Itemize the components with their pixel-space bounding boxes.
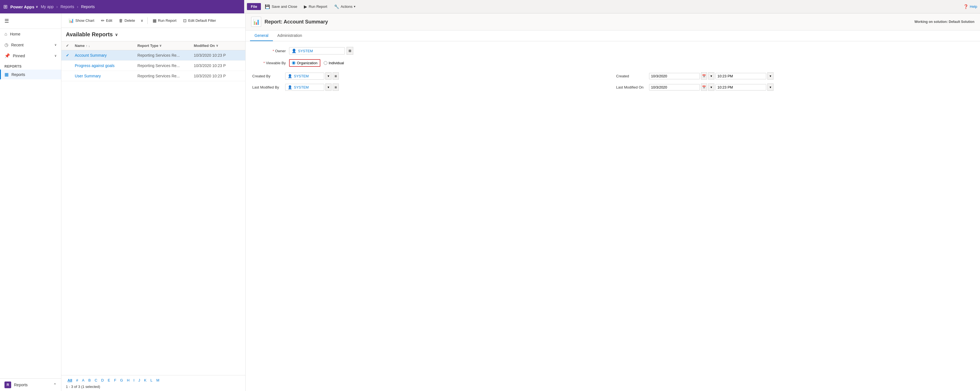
pagination-letter[interactable]: #: [75, 378, 80, 383]
form-row-created-by: Created By 👤 SYSTEM ▼ ⊞: [252, 72, 609, 80]
last-modified-by-input[interactable]: 👤 SYSTEM: [285, 84, 324, 91]
list-toolbar: 📊 Show Chart ✏ Edit 🗑 Delete ∨ ▦ Run Rep…: [61, 13, 245, 28]
form-row-last-modified-by: Last Modified By 👤 SYSTEM ▼ ⊞: [252, 83, 609, 91]
created-on-date-expand-button[interactable]: ▼: [708, 72, 714, 80]
pagination-letter[interactable]: I: [132, 378, 136, 383]
sidebar-item-recent[interactable]: ◷ Recent ∨: [0, 39, 61, 50]
created-on-label: Created: [616, 74, 647, 78]
edit-default-filter-button[interactable]: ⊡ Edit Default Filter: [180, 16, 219, 25]
individual-radio[interactable]: [324, 61, 327, 65]
save-icon: 💾: [265, 4, 270, 9]
last-modified-on-time-expand-button[interactable]: ▼: [767, 83, 773, 91]
created-by-field: 👤 SYSTEM ▼ ⊞: [285, 72, 609, 80]
working-on-solution: Working on solution: Default Solution: [915, 20, 974, 24]
breadcrumb-reports1[interactable]: Reports: [60, 5, 74, 9]
edit-icon: ✏: [101, 18, 105, 23]
last-modified-on-time-input[interactable]: [716, 84, 766, 91]
list-title[interactable]: Available Reports ∨: [66, 31, 118, 38]
save-and-close-button[interactable]: 💾 Save and Close: [262, 3, 300, 11]
pagination-letter[interactable]: F: [113, 378, 118, 383]
table-row[interactable]: Progress against goals Reporting Service…: [61, 61, 245, 71]
last-modified-by-field: 👤 SYSTEM ▼ ⊞: [285, 83, 609, 91]
row-modified: 10/3/2020 10:23 P: [194, 74, 241, 78]
individual-radio-option[interactable]: Individual: [324, 61, 344, 65]
col-check-header[interactable]: ✓: [66, 43, 75, 48]
form-row-viewable-by: * Viewable By Organization Individual: [252, 59, 973, 67]
organization-radio[interactable]: [292, 61, 296, 65]
sidebar-collapse-button[interactable]: ☰: [0, 16, 61, 26]
pagination-letter[interactable]: E: [106, 378, 112, 383]
reports-grid-icon: ▦: [5, 72, 9, 77]
detail-pane: 📊 Report: Account Summary Working on sol…: [245, 13, 980, 391]
app-chevron-icon: ∨: [36, 5, 38, 9]
help-label[interactable]: Help: [970, 5, 977, 9]
row-name[interactable]: User Summary: [75, 74, 138, 78]
created-by-expand-button[interactable]: ▼: [325, 72, 331, 80]
more-actions-chevron-icon: ∨: [141, 18, 143, 22]
pagination-letter[interactable]: M: [154, 378, 161, 383]
user-icon: 👤: [291, 49, 296, 53]
last-modified-by-user-icon: 👤: [288, 85, 292, 89]
created-on-date-input[interactable]: [649, 73, 700, 79]
table-row[interactable]: ✓ Account Summary Reporting Services Re.…: [61, 50, 245, 61]
sidebar-item-pinned[interactable]: 📌 Pinned ∨: [0, 50, 61, 61]
tab-general[interactable]: General: [250, 30, 273, 41]
form-row-owner: * Owner 👤 SYSTEM ⊞: [252, 47, 973, 55]
last-modified-on-field: 📅 ▼ ▼: [649, 83, 973, 91]
sidebar-item-home[interactable]: ⌂ Home: [0, 29, 61, 39]
sidebar-item-reports[interactable]: ▦ Reports: [0, 70, 61, 79]
owner-lookup-button[interactable]: ⊞: [347, 47, 353, 55]
last-modified-by-expand-button[interactable]: ▼: [325, 83, 331, 91]
name-sort-down-icon: ↓: [89, 44, 90, 48]
last-modified-by-lookup-button[interactable]: ⊞: [332, 83, 339, 91]
col-modified-header[interactable]: Modified On ∨: [194, 43, 241, 48]
pagination-count: 1 - 3 of 3 (1 selected): [66, 385, 241, 389]
pagination-letter[interactable]: A: [80, 378, 86, 383]
row-type: Reporting Services Re...: [138, 74, 194, 78]
created-by-lookup-button[interactable]: ⊞: [332, 72, 339, 80]
owner-input[interactable]: 👤 SYSTEM: [289, 47, 345, 54]
created-on-field: 📅 ▼ ▼: [649, 72, 973, 80]
last-modified-on-date-input[interactable]: [649, 84, 700, 91]
sidebar-bottom-reports-item[interactable]: R Reports ⌃: [0, 379, 61, 391]
row-name[interactable]: Account Summary: [75, 53, 138, 57]
waffle-icon[interactable]: ⊞: [3, 4, 8, 10]
col-report-type-header[interactable]: Report Type ∨: [138, 43, 194, 48]
more-actions-button[interactable]: ∨: [139, 17, 145, 24]
actions-button[interactable]: 🔧 Actions ▾: [331, 3, 359, 11]
run-report-ribbon-button[interactable]: ▶ Run Report: [301, 3, 330, 11]
table-row[interactable]: User Summary Reporting Services Re... 10…: [61, 71, 245, 81]
app-name[interactable]: Power Apps ∨: [10, 5, 38, 9]
pagination-letter[interactable]: All: [66, 378, 74, 383]
pagination-letter[interactable]: K: [142, 378, 148, 383]
actions-chevron-icon: ▾: [354, 5, 355, 8]
pagination-letter[interactable]: B: [87, 378, 93, 383]
pagination-letter[interactable]: G: [119, 378, 125, 383]
row-name[interactable]: Progress against goals: [75, 64, 138, 68]
edit-button[interactable]: ✏ Edit: [98, 16, 115, 25]
col-name-header[interactable]: Name ↑ ↓: [75, 43, 138, 48]
breadcrumb-sep1: ›: [56, 5, 58, 9]
pagination-letter[interactable]: J: [137, 378, 142, 383]
organization-radio-option[interactable]: Organization: [289, 59, 320, 67]
pagination-letter[interactable]: D: [100, 378, 105, 383]
last-modified-on-label: Last Modified On: [616, 85, 647, 89]
pagination-letter[interactable]: H: [125, 378, 131, 383]
owner-value: SYSTEM: [298, 49, 313, 53]
show-chart-button[interactable]: 📊 Show Chart: [66, 16, 97, 25]
delete-button[interactable]: 🗑 Delete: [116, 16, 138, 25]
last-modified-on-date-picker-button[interactable]: 📅: [701, 83, 707, 91]
pagination-letter[interactable]: L: [149, 378, 154, 383]
created-on-time-input[interactable]: [716, 73, 766, 79]
breadcrumb-reports2[interactable]: Reports: [81, 5, 95, 9]
created-by-input[interactable]: 👤 SYSTEM: [285, 73, 324, 80]
created-on-date-picker-button[interactable]: 📅: [701, 72, 707, 80]
tab-administration[interactable]: Administration: [273, 30, 307, 41]
run-report-button[interactable]: ▦ Run Report: [150, 16, 179, 25]
pagination-letter[interactable]: C: [93, 378, 99, 383]
created-on-time-expand-button[interactable]: ▼: [767, 72, 773, 80]
last-modified-on-date-expand-button[interactable]: ▼: [708, 83, 714, 91]
detail-form: * Owner 👤 SYSTEM ⊞ * Viewable By: [245, 41, 980, 96]
file-button[interactable]: File: [247, 3, 261, 10]
my-app-label[interactable]: My app: [41, 5, 54, 9]
